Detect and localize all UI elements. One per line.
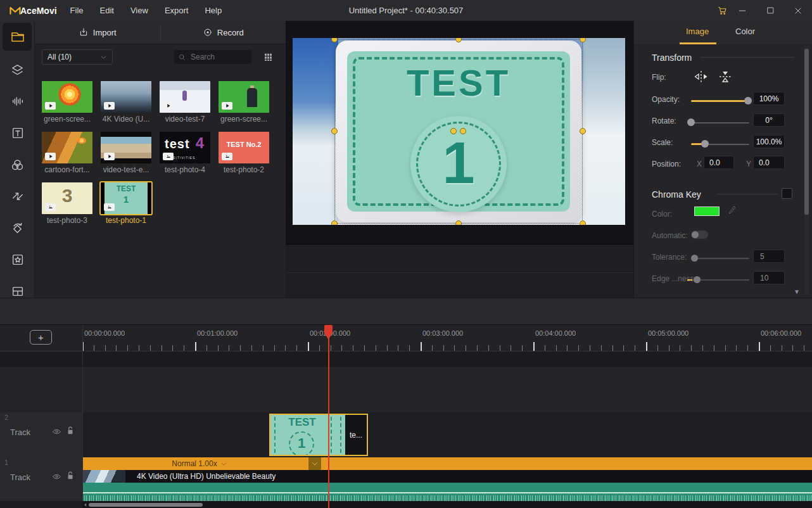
tolerance-value[interactable]: 5 (753, 250, 785, 263)
titlebar: AceMovi File Edit View Export Help Untit… (0, 0, 812, 21)
selection-handle[interactable] (580, 128, 586, 134)
lock-icon[interactable] (66, 426, 75, 436)
search-box[interactable] (174, 50, 251, 64)
scale-slider-track (705, 144, 749, 145)
menu-file[interactable]: File (62, 6, 92, 15)
inspector-scrollbar[interactable] (804, 46, 809, 295)
media-item-thumb[interactable] (42, 132, 92, 163)
scale-value[interactable]: 100.0% (753, 135, 785, 148)
playhead-line[interactable] (328, 325, 329, 508)
timeline-hscrollbar[interactable] (82, 501, 812, 508)
video-clip-title-strip[interactable]: 4K Video (Ultra HD) Unbelievable Beauty (82, 470, 812, 483)
media-item-label: video-test-7 (158, 115, 212, 124)
eye-icon[interactable] (51, 472, 62, 481)
tab-record[interactable]: Record (161, 21, 286, 44)
scale-slider-thumb[interactable] (701, 140, 709, 148)
thumb-text: TEST No.2 (219, 141, 269, 148)
flip-horizontal-icon[interactable] (693, 70, 709, 84)
sidebar-item-elements[interactable] (0, 54, 35, 86)
active-tab-underline (680, 42, 716, 44)
track-number: 1 (4, 459, 8, 466)
media-item-label: video-test-e... (99, 165, 153, 174)
rotate-value[interactable]: 0° (753, 113, 785, 127)
media-item-label-selected: test-photo-1 (99, 216, 153, 225)
rotate-handle[interactable] (460, 128, 466, 134)
media-item-thumb[interactable]: test 4 SENSITIVITIES (160, 132, 210, 163)
menu-export[interactable]: Export (156, 6, 197, 15)
selection-handle[interactable] (455, 220, 462, 225)
add-track-button[interactable]: + (30, 330, 52, 345)
selection-handle[interactable] (580, 220, 586, 225)
media-item-thumb[interactable] (219, 81, 269, 113)
media-item-thumb[interactable]: 3 (42, 182, 92, 214)
media-filter-dropdown[interactable]: All (10) (42, 49, 113, 65)
media-item-thumb[interactable]: TEST No.2 (219, 132, 269, 163)
menu-edit[interactable]: Edit (92, 6, 122, 15)
ruler-label: 00:03:00.000 (422, 329, 463, 337)
chroma-key-checkbox[interactable] (782, 188, 792, 199)
media-item-thumb[interactable] (101, 81, 151, 113)
media-item-thumb[interactable] (160, 81, 210, 113)
media-item-thumb[interactable] (42, 81, 92, 113)
minimize-button[interactable] (728, 0, 756, 21)
track-row-2[interactable]: 2 Track (0, 412, 812, 457)
speed-chevron-button[interactable] (308, 457, 321, 470)
close-button[interactable] (784, 0, 812, 21)
maximize-button[interactable] (756, 0, 784, 21)
eyedropper-icon[interactable] (728, 205, 737, 215)
scroll-down-icon[interactable]: ▼ (794, 289, 800, 295)
inspector-panel: Image Color Transform Flip: Opacity: 100… (633, 21, 812, 298)
scroll-left-icon[interactable] (83, 502, 88, 507)
eye-icon[interactable] (51, 427, 62, 436)
sidebar-item-text[interactable] (0, 117, 35, 149)
play-badge-icon (45, 102, 56, 110)
position-x-field[interactable]: 0.0 (704, 156, 734, 169)
grid-view-button[interactable] (260, 50, 276, 64)
sidebar-item-filters[interactable] (0, 149, 35, 181)
rotate-label: Rotate: (652, 117, 676, 125)
overlay-clip[interactable]: TEST 1 te... (269, 414, 368, 456)
timeline-ruler[interactable]: + 00:00:00.000 00:01:00.000 00:02:00.000… (0, 325, 812, 352)
menu-help[interactable]: Help (196, 6, 230, 15)
search-input[interactable] (189, 52, 243, 62)
sidebar-item-media[interactable] (0, 21, 35, 53)
edge-value[interactable]: 10 (753, 271, 785, 284)
menu-view[interactable]: View (122, 6, 156, 15)
flip-vertical-icon[interactable] (717, 70, 733, 84)
media-item-label: test-photo-3 (40, 216, 94, 225)
tab-color[interactable]: Color (735, 27, 755, 36)
ruler-major-tick (308, 342, 309, 351)
media-item-thumb-selected[interactable]: TEST 1 (101, 182, 151, 214)
selection-handle[interactable] (331, 220, 338, 225)
opacity-value[interactable]: 100% (753, 92, 785, 105)
video-clip-thumbnail (82, 470, 125, 483)
tolerance-slider-thumb[interactable] (691, 255, 698, 262)
track-label: Track (10, 473, 30, 482)
position-y-field[interactable]: 0.0 (753, 156, 785, 169)
opacity-slider-thumb[interactable] (744, 97, 752, 105)
rotate-slider-thumb[interactable] (687, 118, 695, 126)
chroma-color-swatch[interactable] (694, 206, 720, 216)
tab-image[interactable]: Image (686, 27, 709, 36)
sidebar-item-effects[interactable] (0, 244, 35, 276)
tab-import[interactable]: Import (35, 21, 160, 44)
lock-icon[interactable] (66, 471, 75, 481)
sidebar-item-transitions[interactable] (0, 181, 35, 212)
timeline-empty-row[interactable] (0, 352, 812, 367)
hscrollbar-thumb[interactable] (89, 503, 203, 507)
split-screen-icon (11, 284, 25, 298)
media-item-thumb[interactable] (101, 132, 151, 163)
edge-slider-thumb[interactable] (694, 276, 701, 283)
track-label: Track (10, 428, 30, 437)
timeline-empty-row[interactable] (0, 367, 812, 412)
selection-handle[interactable] (331, 128, 338, 134)
center-handle[interactable] (450, 128, 457, 134)
toggle-knob (692, 231, 699, 238)
automatic-toggle[interactable] (691, 231, 708, 239)
scrollbar-thumb[interactable] (804, 49, 809, 215)
photo-badge-icon (104, 203, 115, 211)
video-clip-waveform[interactable] (82, 483, 812, 501)
sidebar-item-audio[interactable] (0, 86, 35, 117)
speed-dropdown[interactable]: Normal 1.00x (82, 457, 317, 470)
sidebar-item-animation[interactable] (0, 212, 35, 244)
